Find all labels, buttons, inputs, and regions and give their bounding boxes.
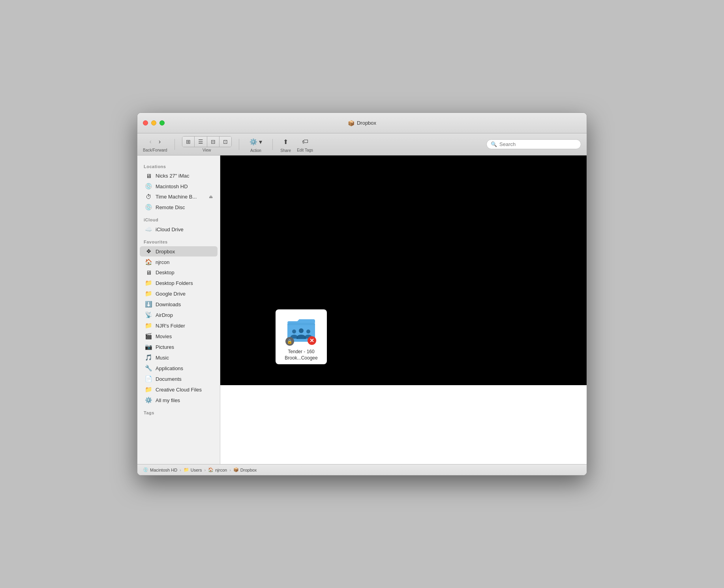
column-view-button[interactable]: ⊟: [207, 137, 219, 147]
eject-button[interactable]: ⏏: [209, 194, 213, 199]
breadcrumb-users[interactable]: 📁 Users: [184, 467, 202, 472]
breadcrumb-njrcon-label: njrcon: [215, 468, 227, 472]
finder-window: 📦 Dropbox ‹ › Back/Forward ⊞ ☰ ⊟ ⊡ View: [137, 112, 587, 476]
share-button[interactable]: ⬆: [280, 136, 291, 148]
sidebar-pictures-label: Pictures: [156, 344, 213, 350]
action-group[interactable]: ⚙️ ▾ Action: [246, 136, 265, 153]
all-my-files-icon: ⚙️: [144, 397, 152, 404]
sidebar-item-macintosh-hd[interactable]: 💿 Macintosh HD: [140, 181, 218, 191]
breadcrumb-dropbox[interactable]: 📦 Dropbox: [233, 467, 257, 472]
edit-tags-label: Edit Tags: [297, 148, 313, 152]
sidebar-icloud-label: iCloud Drive: [156, 227, 213, 232]
back-forward-label: Back/Forward: [143, 148, 167, 152]
sidebar-item-documents[interactable]: 📄 Documents: [140, 374, 218, 384]
sidebar-item-airdrop[interactable]: 📡 AirDrop: [140, 310, 218, 320]
gallery-view-button[interactable]: ⊡: [219, 137, 231, 147]
dropbox-icon: ❖: [144, 248, 152, 255]
sidebar-all-my-files-label: All my files: [156, 397, 213, 403]
njrcon-icon: 🏠: [144, 258, 152, 266]
sidebar-item-imac[interactable]: 🖥 Nicks 27" iMac: [140, 171, 218, 181]
desktop-folders-icon: 📁: [144, 279, 152, 287]
sidebar-airdrop-label: AirDrop: [156, 312, 213, 318]
sidebar-item-desktop-folders[interactable]: 📁 Desktop Folders: [140, 278, 218, 288]
sidebar-music-label: Music: [156, 355, 213, 361]
sidebar-item-icloud-drive[interactable]: ☁️ iCloud Drive: [140, 224, 218, 234]
pictures-icon: 📷: [144, 343, 152, 350]
music-icon: 🎵: [144, 354, 152, 361]
breadcrumb-hd-label: Macintosh HD: [150, 468, 177, 472]
applications-icon: 🔧: [144, 365, 152, 372]
macintosh-hd-icon: 💿: [144, 183, 152, 190]
sidebar-item-downloads[interactable]: ⬇️ Downloads: [140, 299, 218, 309]
forward-button[interactable]: ›: [156, 136, 164, 147]
sidebar-google-drive-label: Google Drive: [156, 291, 213, 297]
sidebar-desktop-folders-label: Desktop Folders: [156, 280, 213, 286]
sidebar-dropbox-label: Dropbox: [156, 249, 213, 255]
back-button[interactable]: ‹: [146, 136, 155, 147]
breadcrumb-macintosh-hd[interactable]: 💿 Macintosh HD: [143, 467, 177, 472]
toolbar-sep-1: [174, 139, 175, 150]
desktop-icon: 🖥: [144, 269, 152, 276]
sidebar-locations-header: Locations: [137, 159, 220, 170]
sidebar-item-time-machine[interactable]: ⏱ Time Machine B... ⏏: [140, 192, 218, 202]
content-area: Locations 🖥 Nicks 27" iMac 💿 Macintosh H…: [137, 155, 587, 464]
file-content-black[interactable]: 🔒 ✕ Tender - 160 Brook...Coogee: [220, 155, 587, 385]
time-machine-icon: ⏱: [144, 193, 152, 200]
sidebar-item-applications[interactable]: 🔧 Applications: [140, 363, 218, 373]
maximize-button[interactable]: [159, 120, 165, 125]
view-label: View: [203, 148, 211, 152]
sidebar-item-desktop[interactable]: 🖥 Desktop: [140, 268, 218, 277]
sidebar-desktop-label: Desktop: [156, 270, 213, 275]
sidebar-item-google-drive[interactable]: 📁 Google Drive: [140, 288, 218, 299]
sidebar-item-music[interactable]: 🎵 Music: [140, 352, 218, 363]
sidebar-favourites-header: Favourites: [137, 235, 220, 246]
breadcrumb-njrcon[interactable]: 🏠 njrcon: [208, 467, 227, 472]
close-badge: ✕: [308, 336, 316, 345]
search-box[interactable]: 🔍: [486, 139, 581, 149]
file-content-white: [220, 385, 587, 464]
icloud-icon: ☁️: [144, 226, 152, 233]
breadcrumb-dropbox-label: Dropbox: [240, 468, 257, 472]
sidebar-item-remote-disc[interactable]: 💿 Remote Disc: [140, 202, 218, 212]
title-icon: 📦: [348, 120, 354, 126]
search-input[interactable]: [499, 141, 577, 147]
imac-icon: 🖥: [144, 172, 152, 179]
list-view-button[interactable]: ☰: [195, 137, 207, 147]
sidebar-downloads-label: Downloads: [156, 301, 213, 307]
sidebar-njrs-folder-label: NJR's Folder: [156, 323, 213, 329]
share-label: Share: [280, 148, 291, 153]
movies-icon: 🎬: [144, 333, 152, 340]
njrs-folder-icon: 📁: [144, 322, 152, 329]
folder-icon-wrap: 🔒 ✕: [285, 314, 317, 346]
file-area: 🔒 ✕ Tender - 160 Brook...Coogee: [220, 155, 587, 464]
breadcrumb-users-icon: 📁: [184, 467, 189, 472]
title-label: Dropbox: [357, 120, 376, 126]
sidebar-item-dropbox[interactable]: ❖ Dropbox: [140, 246, 218, 257]
icon-view-button[interactable]: ⊞: [182, 137, 195, 147]
breadcrumb-sep-1: ›: [180, 468, 181, 472]
sidebar-item-movies[interactable]: 🎬 Movies: [140, 331, 218, 341]
folder-item-tender[interactable]: 🔒 ✕ Tender - 160 Brook...Coogee: [276, 309, 327, 364]
titlebar: 📦 Dropbox: [137, 113, 587, 133]
sidebar-item-pictures[interactable]: 📷 Pictures: [140, 342, 218, 352]
sidebar-creative-cloud-label: Creative Cloud Files: [156, 387, 213, 393]
edit-tags-button[interactable]: 🏷: [299, 136, 311, 147]
sidebar-item-creative-cloud[interactable]: 📁 Creative Cloud Files: [140, 384, 218, 395]
breadcrumb-sep-3: ›: [229, 468, 231, 472]
google-drive-icon: 📁: [144, 290, 152, 297]
action-button[interactable]: ⚙️ ▾: [246, 136, 265, 148]
back-forward-group: ‹ › Back/Forward: [143, 136, 167, 152]
sidebar-item-njrs-folder[interactable]: 📁 NJR's Folder: [140, 320, 218, 331]
minimize-button[interactable]: [151, 120, 156, 125]
share-group: ⬆ Share: [280, 136, 291, 153]
remote-disc-icon: 💿: [144, 204, 152, 211]
window-title: 📦 Dropbox: [348, 120, 376, 126]
close-button[interactable]: [143, 120, 148, 125]
traffic-lights: [143, 120, 165, 125]
toolbar-sep-2: [239, 139, 239, 150]
sidebar-item-all-my-files[interactable]: ⚙️ All my files: [140, 395, 218, 405]
sidebar-item-njrcon[interactable]: 🏠 njrcon: [140, 257, 218, 267]
statusbar: 💿 Macintosh HD › 📁 Users › 🏠 njrcon › 📦 …: [137, 464, 587, 475]
sidebar-njrcon-label: njrcon: [156, 259, 213, 265]
creative-cloud-icon: 📁: [144, 386, 152, 393]
